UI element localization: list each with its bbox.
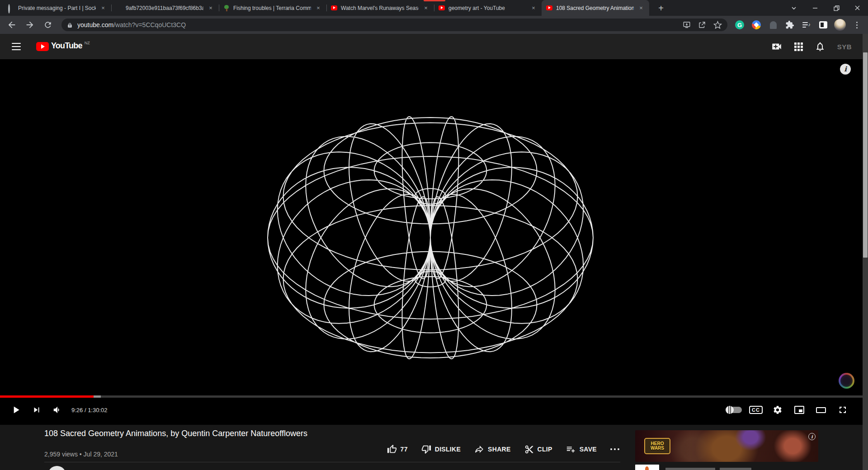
youtube-icon [331,5,337,11]
video-actions: 77 DISLIKE SHARE CLIP SAVE [387,441,619,457]
grammarly-icon[interactable]: G [734,19,745,31]
share-arrow-icon [474,444,484,454]
tab-private-messaging[interactable]: Private messaging - Part I | Socke × [4,0,111,16]
subtitles-button[interactable]: CC [745,399,767,421]
youtube-apps-icon[interactable] [794,42,803,51]
ghost-extension-icon[interactable] [767,19,779,31]
cc-icon: CC [749,406,763,414]
browser-toolbar: youtube.com/watch?v=5CCqoUCt3CQ G ♪ [0,16,868,34]
window-minimize-button[interactable] [805,0,826,16]
share-label: SHARE [488,446,511,453]
window-close-button[interactable] [847,0,868,16]
section-divider [44,462,620,462]
channel-avatar[interactable] [48,466,66,470]
tab-geometry-art[interactable]: geometry art - YouTube × [434,0,542,16]
more-actions-button[interactable] [610,448,619,450]
tab-close-icon[interactable]: × [530,5,537,12]
theater-mode-button[interactable] [810,399,832,421]
progress-played [0,395,94,398]
save-button[interactable]: SAVE [566,444,597,454]
tab-search-chevron-icon[interactable] [783,0,805,16]
back-icon[interactable] [5,18,19,32]
dislike-button[interactable]: DISLIKE [421,444,461,454]
browser-tab-strip: Private messaging - Part I | Socke × 9af… [0,0,868,16]
share-button[interactable]: SHARE [474,444,511,454]
tab-close-icon[interactable]: × [637,5,645,12]
thumbs-down-icon [421,444,431,454]
tab-close-icon[interactable]: × [315,5,322,12]
tab-close-icon[interactable]: × [207,5,214,12]
video-meta: 2,959 views • Jul 29, 2021 [44,451,118,458]
miniplayer-icon [794,404,805,415]
video-title: 108 Sacred Geometry Animations, by Quent… [44,429,587,438]
profile-avatar[interactable] [834,19,846,31]
wireframe-torus-video-frame [0,59,868,425]
miniplayer-button[interactable] [788,399,810,421]
notifications-bell-icon[interactable] [815,41,826,52]
extensions-puzzle-icon[interactable] [784,19,796,31]
player-controls: 9:26 / 1:30:02 CC [0,399,868,421]
tab-title: 9afb72003e911baa73f69cf86b3a [126,5,203,11]
tab-title: 108 Sacred Geometry Animations [556,5,634,11]
video-info-icon[interactable]: i [840,64,851,75]
tab-terraria-forum[interactable]: Fishing troubles | Terraria Commu × [219,0,326,16]
autoplay-toggle[interactable] [723,399,745,421]
country-code: NZ [85,41,90,45]
page-scrollbar[interactable] [863,34,868,470]
tab-hash-page[interactable]: 9afb72003e911baa73f69cf86b3a × [111,0,219,16]
dislike-label: DISLIKE [435,446,461,453]
tab-close-icon[interactable]: × [99,5,107,12]
clipped-text [665,468,769,470]
youtube-logo[interactable]: YouTube NZ [36,41,90,51]
video-player[interactable]: i 9:26 / 1:30:02 CC [0,59,868,425]
media-queue-extension-icon[interactable]: ♪ [801,19,812,31]
clip-label: CLIP [538,446,552,453]
next-ad-favicon[interactable] [635,465,659,470]
url-bar[interactable]: youtube.com/watch?v=5CCqoUCt3CQ [61,19,727,31]
gear-icon [773,405,783,415]
bookmark-star-icon[interactable] [713,21,722,29]
create-video-icon[interactable] [771,41,783,52]
reload-icon[interactable] [41,18,55,32]
like-button[interactable]: 77 [387,444,408,454]
lock-icon [67,22,73,28]
ad-info-icon[interactable]: i [808,433,816,440]
window-restore-button[interactable] [826,0,847,16]
new-tab-button[interactable]: + [655,2,667,14]
hamburger-menu-icon[interactable] [12,43,21,50]
tab-title: geometry art - YouTube [448,5,526,11]
tab-marvels-runaways[interactable]: Watch Marvel's Runaways Season × [326,0,434,16]
tab-title: Private messaging - Part I | Socke [18,5,96,11]
play-button[interactable] [5,399,26,421]
clip-button[interactable]: CLIP [524,445,552,454]
terraria-tree-icon [223,5,230,11]
hero-wars-logo: HERO WARS [644,438,670,454]
forward-icon[interactable] [23,18,37,32]
channel-watermark[interactable] [839,373,854,389]
tab-close-icon[interactable]: × [422,5,429,12]
watch-page-content: 108 Sacred Geometry Animations, by Quent… [0,425,868,470]
side-panel-extension-icon[interactable] [817,19,829,31]
tab-title: Watch Marvel's Runaways Season [341,5,419,11]
scrollbar-thumb[interactable] [863,52,868,258]
install-app-icon[interactable] [683,21,691,29]
compass-extension-icon[interactable] [750,19,762,31]
playlist-add-icon [566,444,576,454]
youtube-icon [439,5,445,11]
volume-button[interactable] [47,399,68,421]
fullscreen-button[interactable] [832,399,854,421]
sidebar-ad-thumbnail[interactable]: HERO WARS i [635,430,818,462]
account-label[interactable]: SYB [837,43,852,51]
tab-sacred-geometry-active[interactable]: 108 Sacred Geometry Animations × [542,0,649,16]
volume-icon [52,405,62,415]
time-display: 9:26 / 1:30:02 [71,407,108,414]
fullscreen-icon [837,404,848,415]
settings-button[interactable] [767,399,788,421]
youtube-icon [546,5,552,11]
next-button[interactable] [26,399,47,421]
play-icon [10,404,22,416]
share-page-icon[interactable] [698,21,706,29]
progress-bar[interactable] [0,395,868,398]
url-text: youtube.com/watch?v=5CCqoUCt3CQ [77,21,678,28]
browser-menu-icon[interactable] [851,19,863,31]
